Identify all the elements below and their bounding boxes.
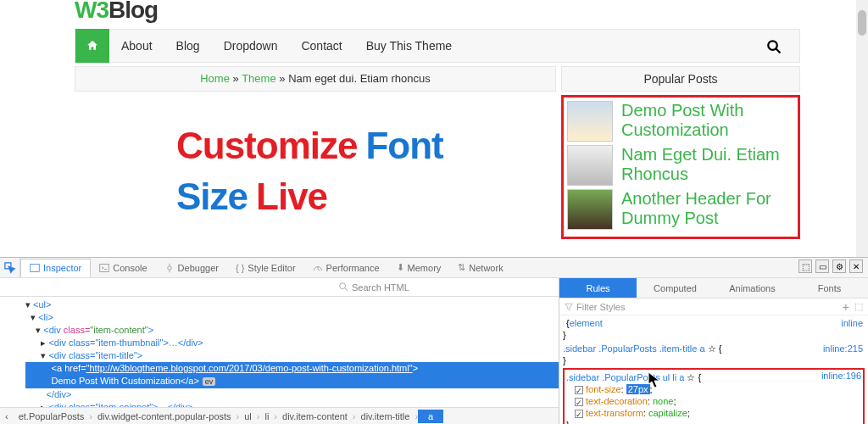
nav-blog[interactable]: Blog <box>164 29 212 63</box>
dock-button[interactable]: ▭ <box>815 259 829 273</box>
dom-tree[interactable]: ▾ <ul> ▾ <li> ▾ <div class="item-content… <box>0 297 559 407</box>
search-icon <box>766 39 782 54</box>
tab-network[interactable]: ⇅Network <box>449 259 511 276</box>
devtools-tabs: Inspector Console Debugger { }Style Edit… <box>0 258 868 278</box>
nav-buy[interactable]: Buy This Theme <box>354 29 464 63</box>
perf-icon <box>313 263 323 273</box>
svg-line-1 <box>776 48 780 53</box>
main-navbar: About Blog Dropdown Contact Buy This The… <box>75 29 800 63</box>
popular-posts-title: Popular Posts <box>561 66 800 92</box>
tab-animations[interactable]: Animations <box>714 278 791 298</box>
tab-debugger[interactable]: Debugger <box>156 259 227 276</box>
styles-filter[interactable]: Filter Styles + ⬚ <box>559 298 868 315</box>
breadcrumb-current[interactable]: a <box>418 410 443 423</box>
property-checkbox[interactable] <box>575 386 583 394</box>
property-checkbox[interactable] <box>575 398 583 406</box>
toggle-pseudo-button[interactable]: ⬚ <box>854 301 863 312</box>
svg-rect-4 <box>100 264 109 271</box>
tab-inspector[interactable]: Inspector <box>20 259 91 277</box>
svg-point-5 <box>167 265 171 270</box>
nav-contact[interactable]: Contact <box>289 29 353 63</box>
popular-post-item: Another Header For Dummy Post <box>567 189 794 230</box>
tab-rules[interactable]: Rules <box>559 278 637 298</box>
dom-search[interactable]: Search HTML <box>0 278 559 297</box>
page-scrollbar[interactable] <box>856 0 868 257</box>
breadcrumb: Home » Theme » Nam eget dui. Etiam rhonc… <box>75 66 556 92</box>
post-thumbnail[interactable] <box>567 189 613 230</box>
main-content: Customize Font Size Live <box>75 95 556 239</box>
editing-value[interactable]: 27px <box>626 384 650 394</box>
svg-point-8 <box>340 283 346 289</box>
element-picker-button[interactable] <box>0 258 20 278</box>
webpage-viewport: W3Blog About Blog Dropdown Contact Buy T… <box>0 0 868 257</box>
breadcrumb-row: Home » Theme » Nam eget dui. Etiam rhonc… <box>75 66 800 92</box>
popular-post-item: Nam Eget Dui. Etiam Rhoncus <box>567 145 794 186</box>
settings-button[interactable]: ⚙ <box>832 259 846 273</box>
console-icon <box>99 263 109 273</box>
search-button[interactable] <box>757 30 791 64</box>
post-thumbnail[interactable] <box>567 145 613 186</box>
crumb-home[interactable]: Home <box>200 72 230 85</box>
styles-panel: Rules Computed Animations Fonts Filter S… <box>559 278 868 424</box>
tab-console[interactable]: Console <box>91 259 155 276</box>
property-checkbox[interactable] <box>575 410 583 418</box>
inspector-icon <box>30 263 40 273</box>
popular-post-item: Demo Post With Customization <box>567 101 794 142</box>
picker-icon <box>4 262 16 274</box>
home-icon <box>86 39 99 53</box>
tab-fonts[interactable]: Fonts <box>791 278 868 298</box>
filter-icon <box>565 303 573 311</box>
tab-style-editor[interactable]: { }Style Editor <box>227 259 304 276</box>
popular-posts-widget: Demo Post With Customization Nam Eget Du… <box>561 95 800 239</box>
tab-computed[interactable]: Computed <box>637 278 714 298</box>
dom-panel: Search HTML ▾ <ul> ▾ <li> ▾ <div class="… <box>0 278 559 424</box>
svg-point-0 <box>768 41 777 50</box>
crumb-current: Nam eget dui. Etiam rhoncus <box>288 72 431 85</box>
selected-dom-node[interactable]: <a href="http://w3blogtheme.blogspot.com… <box>25 362 559 375</box>
post-thumbnail[interactable] <box>567 101 613 142</box>
tab-memory[interactable]: ⬇Memory <box>388 259 450 276</box>
svg-line-9 <box>345 288 348 291</box>
devtools-window-controls: ⬚ ▭ ⚙ ✕ <box>798 259 863 273</box>
post-link[interactable]: Another Header For Dummy Post <box>621 189 794 228</box>
post-link[interactable]: Demo Post With Customization <box>621 101 794 140</box>
nav-dropdown[interactable]: Dropdown <box>212 29 290 63</box>
css-rules[interactable]: element { inline } .sidebar .PopularPost… <box>559 315 868 424</box>
post-link[interactable]: Nam Eget Dui. Etiam Rhoncus <box>621 145 794 184</box>
tab-performance[interactable]: Performance <box>304 259 388 276</box>
dom-breadcrumb[interactable]: ‹ et.PopularPosts› div.widget-content.po… <box>0 407 559 424</box>
crumb-theme[interactable]: Theme <box>242 72 275 85</box>
svg-rect-3 <box>31 265 40 272</box>
home-button[interactable] <box>75 29 109 63</box>
debugger-icon <box>164 263 175 273</box>
split-button[interactable]: ⬚ <box>798 259 812 273</box>
site-logo[interactable]: W3Blog <box>75 0 800 24</box>
close-devtools-button[interactable]: ✕ <box>849 259 863 273</box>
nav-about[interactable]: About <box>109 29 164 63</box>
devtools-panel: Inspector Console Debugger { }Style Edit… <box>0 257 868 424</box>
highlighted-rule: .sidebar .PopularPosts ul li a ☆ { inlin… <box>563 368 865 424</box>
search-icon <box>339 282 348 292</box>
add-rule-button[interactable]: + <box>843 300 849 314</box>
